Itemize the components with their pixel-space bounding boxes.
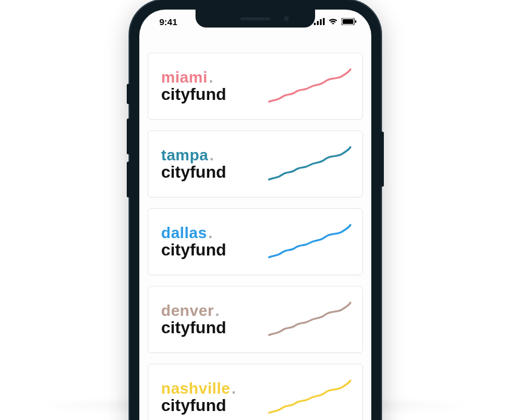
fund-city-label: miami.	[161, 69, 227, 85]
period-icon: .	[209, 69, 213, 85]
period-icon: .	[210, 147, 215, 163]
speaker-grille	[240, 17, 270, 20]
wifi-icon	[328, 18, 338, 25]
fund-brand-label: cityfund	[161, 242, 227, 258]
fund-logo: nashville.cityfund	[161, 381, 237, 414]
fund-city-label: denver.	[161, 303, 227, 318]
fund-card-dallas[interactable]: dallas.cityfund	[148, 208, 363, 275]
fund-city-label: tampa.	[161, 147, 227, 163]
period-icon: .	[215, 303, 220, 318]
volume-down-button	[127, 162, 130, 197]
svg-rect-2	[320, 19, 322, 25]
fund-logo: dallas.cityfund	[161, 225, 227, 258]
fund-sparkline	[268, 143, 352, 185]
silence-switch	[127, 84, 130, 104]
svg-rect-6	[355, 20, 356, 23]
phone-frame: 9:41	[130, 0, 381, 420]
fund-logo: denver.cityfund	[161, 303, 227, 336]
fund-card-tampa[interactable]: tampa.cityfund	[148, 130, 363, 197]
fund-card-miami[interactable]: miami.cityfund	[148, 53, 363, 120]
status-time: 9:41	[154, 17, 196, 27]
fund-logo: tampa.cityfund	[161, 147, 227, 181]
fund-city-name: miami	[161, 69, 208, 85]
svg-rect-1	[317, 21, 319, 25]
cellular-icon	[314, 18, 325, 25]
svg-rect-0	[314, 23, 316, 25]
phone-screen: 9:41	[139, 10, 371, 420]
fund-city-name: nashville	[161, 381, 231, 396]
fund-logo: miami.cityfund	[161, 69, 227, 103]
fund-list[interactable]: miami.cityfundtampa.cityfunddallas.cityf…	[139, 53, 371, 420]
front-camera	[284, 16, 289, 21]
volume-up-button	[127, 118, 130, 154]
power-button	[381, 132, 384, 187]
fund-sparkline	[268, 299, 352, 340]
fund-city-name: dallas	[161, 225, 207, 241]
phone-notch	[196, 10, 315, 28]
fund-card-denver[interactable]: denver.cityfund	[148, 286, 363, 353]
fund-sparkline	[268, 65, 352, 107]
fund-city-label: dallas.	[161, 225, 227, 241]
fund-city-label: nashville.	[161, 381, 237, 396]
fund-brand-label: cityfund	[161, 86, 227, 103]
fund-card-nashville[interactable]: nashville.cityfund	[148, 364, 363, 420]
period-icon: .	[208, 225, 213, 241]
fund-city-name: denver	[161, 303, 214, 318]
svg-rect-5	[343, 19, 353, 24]
fund-brand-label: cityfund	[161, 319, 227, 336]
svg-rect-3	[323, 18, 325, 25]
fund-sparkline	[268, 221, 352, 263]
battery-icon	[341, 18, 357, 25]
fund-brand-label: cityfund	[161, 164, 227, 181]
fund-brand-label: cityfund	[161, 397, 237, 414]
fund-sparkline	[268, 376, 352, 418]
fund-city-name: tampa	[161, 147, 209, 163]
period-icon: .	[231, 381, 236, 396]
